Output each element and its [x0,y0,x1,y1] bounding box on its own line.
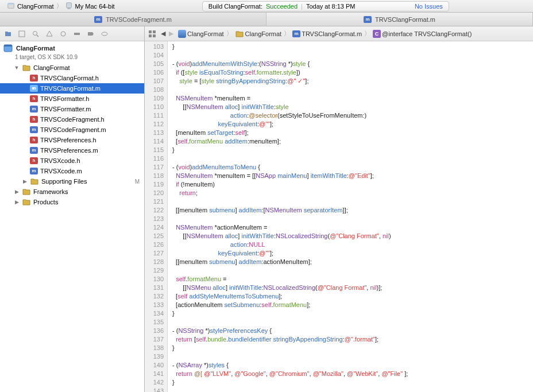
tree-file[interactable]: mTRVSClangFormat.m [0,83,144,94]
line-number[interactable]: 119 [145,180,164,189]
code-line[interactable]: self.formatMenu = [172,275,533,284]
line-number[interactable]: 135 [145,318,164,327]
line-number[interactable]: 140 [145,361,164,370]
source-editor[interactable]: 1031041051061071081091101111121131141151… [145,41,533,392]
tree-file[interactable]: hTRVSXcode.h [0,156,144,166]
breakpoint-nav-icon[interactable] [86,29,95,38]
tree-folder[interactable]: ▼ClangFormat [0,63,144,73]
forward-button[interactable]: ▶ [169,30,173,37]
tree-file[interactable]: mTRVSXcode.m [0,166,144,176]
symbol-nav-icon[interactable] [17,29,26,38]
code-content[interactable]: } - (void)addMenuItemWithStyle:(NSString… [168,41,533,392]
crumb-file[interactable]: TRVSClangFormat.m [302,30,362,37]
code-line[interactable]: } [172,309,533,318]
code-line[interactable]: - (NSArray *)styles { [172,361,533,370]
project-tree[interactable]: ▼ClangFormathTRVSClangFormat.hmTRVSClang… [0,63,144,392]
line-number[interactable]: 111 [145,111,164,120]
disclosure-triangle-icon[interactable]: ▶ [14,199,20,205]
crumb-project[interactable]: ClangFormat [187,30,224,37]
code-line[interactable]: action:NULL [172,240,533,249]
crumb-symbol[interactable]: @interface TRVSClangFormat() [382,30,472,37]
line-number[interactable]: 108 [145,86,164,94]
tree-file[interactable]: hTRVSCodeFragment.h [0,114,144,125]
test-nav-icon[interactable] [59,29,68,38]
line-number[interactable]: 123 [145,215,164,223]
line-number[interactable]: 120 [145,189,164,197]
jump-bar-path[interactable]: ClangFormat 〉 ClangFormat 〉 m TRVSClangF… [178,29,472,38]
line-number[interactable]: 105 [145,60,164,68]
line-number[interactable]: 117 [145,163,164,172]
code-line[interactable]: style = [style stringByAppendingString:@… [172,77,533,86]
code-line[interactable] [172,352,533,361]
tree-file[interactable]: hTRVSClangFormat.h [0,73,144,83]
disclosure-triangle-icon[interactable]: ▶ [22,178,28,184]
code-line[interactable] [172,318,533,327]
code-line[interactable]: [actionMenuItem setSubmenu:self.formatMe… [172,301,533,309]
code-line[interactable] [172,215,533,223]
tree-file[interactable]: mTRVSCodeFragment.m [0,125,144,135]
find-nav-icon[interactable] [31,29,40,38]
code-line[interactable] [172,197,533,206]
line-number[interactable]: 118 [145,172,164,180]
tree-file[interactable]: hTRVSFormatter.h [0,94,144,104]
report-nav-icon[interactable] [100,29,109,38]
line-number[interactable]: 126 [145,240,164,249]
issue-nav-icon[interactable] [45,29,54,38]
code-line[interactable]: keyEquivalent:@""]; [172,249,533,258]
line-number[interactable]: 129 [145,266,164,275]
back-button[interactable]: ◀ [161,30,165,37]
code-line[interactable]: NSMenuItem *menuItem = [[NSApp mainMenu]… [172,172,533,180]
tree-file[interactable]: hTRVSPreferences.h [0,135,144,145]
line-number[interactable]: 128 [145,258,164,266]
related-items-icon[interactable] [148,30,156,38]
code-line[interactable]: - (NSString *)stylePreferencesKey { [172,327,533,335]
line-number[interactable]: 113 [145,129,164,137]
code-line[interactable]: return @[ @"LLVM", @"Google", @"Chromium… [172,370,533,378]
code-line[interactable]: NSMenuItem *menuItem = [172,94,533,103]
code-line[interactable]: - (void)addMenuItemWithStyle:(NSString *… [172,60,533,68]
code-line[interactable] [172,266,533,275]
line-number[interactable]: 134 [145,309,164,318]
disclosure-triangle-icon[interactable]: ▶ [14,189,20,195]
code-line[interactable] [172,86,533,94]
line-number[interactable]: 124 [145,223,164,232]
code-line[interactable]: [self addStyleMenuItemsToSubmenu]; [172,292,533,301]
line-number[interactable]: 106 [145,68,164,77]
debug-nav-icon[interactable] [72,29,82,38]
line-number[interactable]: 139 [145,352,164,361]
project-nav-icon[interactable] [3,29,13,38]
tab-codefragment[interactable]: m TRVSCodeFragment.m [0,13,266,26]
code-line[interactable] [172,51,533,60]
line-number[interactable]: 142 [145,378,164,387]
project-header[interactable]: ClangFormat [0,41,144,54]
code-line[interactable]: [menuItem setTarget:self]; [172,129,533,137]
line-number[interactable]: 110 [145,103,164,111]
code-line[interactable]: if (!menuItem) [172,180,533,189]
line-number[interactable]: 130 [145,275,164,284]
code-line[interactable] [172,154,533,163]
code-line[interactable]: [self.formatMenu addItem:menuItem]; [172,137,533,146]
code-line[interactable]: - (void)addMenuItemsToMenu { [172,163,533,172]
line-number[interactable]: 103 [145,42,164,51]
line-number[interactable]: 112 [145,120,164,129]
code-line[interactable]: return; [172,189,533,197]
code-line[interactable]: } [172,378,533,387]
line-number[interactable]: 125 [145,232,164,240]
line-number[interactable]: 107 [145,77,164,86]
line-number[interactable]: 131 [145,284,164,292]
code-line[interactable]: return [self.bundle.bundleIdentifier str… [172,335,533,344]
code-line[interactable]: [[NSMenuItem alloc] initWithTitle:style [172,103,533,111]
line-number[interactable]: 109 [145,94,164,103]
tab-clangformat[interactable]: m TRVSClangFormat.m [266,13,533,26]
code-line[interactable] [172,387,533,392]
line-number[interactable]: 132 [145,292,164,301]
code-line[interactable]: [[NSMenu alloc] initWithTitle:NSLocalize… [172,284,533,292]
code-line[interactable]: NSMenuItem *actionMenuItem = [172,223,533,232]
code-line[interactable]: } [172,344,533,352]
line-number[interactable]: 133 [145,301,164,309]
code-line[interactable]: action:@selector(setStyleToUseFromMenuIt… [172,111,533,120]
code-line[interactable]: [[menuItem submenu] addItem:[NSMenuItem … [172,206,533,215]
line-number[interactable]: 137 [145,335,164,344]
line-gutter[interactable]: 1031041051061071081091101111121131141151… [145,41,168,392]
code-line[interactable]: if ([style isEqualToString:self.formatte… [172,68,533,77]
